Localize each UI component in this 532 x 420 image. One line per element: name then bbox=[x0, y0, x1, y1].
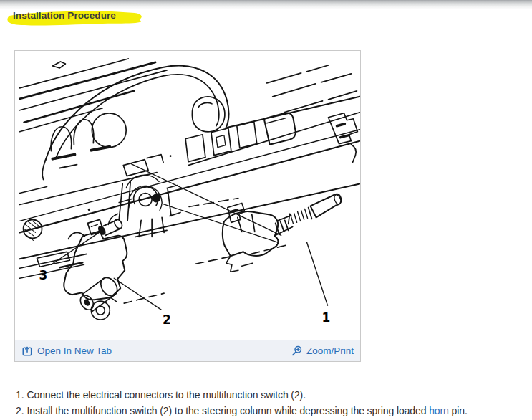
steering-column-diagram: 3 2 1 bbox=[15, 51, 360, 340]
instruction-list: 1.Connect the electrical connectors to t… bbox=[16, 388, 468, 419]
callout-1: 1 bbox=[322, 310, 331, 325]
step-text: Connect the electrical connectors to the… bbox=[26, 389, 305, 401]
figure-panel: 3 2 1 Open In New Tab Zoom/Pri bbox=[14, 50, 361, 362]
step-text: pin. bbox=[449, 405, 468, 416]
page-title: Installation Procedure bbox=[13, 8, 116, 24]
instruction-step-2: 2.Install the multifunction switch (2) t… bbox=[16, 404, 468, 419]
zoom-print-label: Zoom/Print bbox=[306, 345, 354, 356]
step-number: 2. bbox=[16, 405, 24, 416]
step-text: Install the multifunction switch (2) to … bbox=[26, 405, 429, 416]
callout-2: 2 bbox=[163, 312, 171, 327]
stalk-switch bbox=[223, 194, 342, 272]
detail-dot bbox=[170, 155, 172, 157]
open-in-new-tab-icon bbox=[21, 345, 33, 357]
zoom-print-link[interactable]: Zoom/Print bbox=[291, 345, 354, 357]
horn-link[interactable]: horn bbox=[429, 405, 449, 416]
open-in-new-tab-label: Open In New Tab bbox=[37, 345, 112, 356]
gauge-cutouts bbox=[51, 113, 126, 168]
figure-toolbar: Open In New Tab Zoom/Print bbox=[15, 340, 360, 361]
steering-column bbox=[119, 155, 180, 237]
step-number: 1. bbox=[16, 389, 24, 401]
leader-lines bbox=[51, 164, 327, 310]
open-in-new-tab-link[interactable]: Open In New Tab bbox=[21, 345, 112, 357]
zoom-icon bbox=[291, 345, 302, 357]
page-heading: Installation Procedure bbox=[13, 8, 116, 25]
instruction-step-1: 1.Connect the electrical connectors to t… bbox=[16, 388, 468, 404]
callout-3: 3 bbox=[39, 268, 48, 282]
dashboard-beam bbox=[20, 65, 360, 268]
detail-dot bbox=[88, 209, 90, 211]
windshield-lines bbox=[20, 59, 167, 132]
